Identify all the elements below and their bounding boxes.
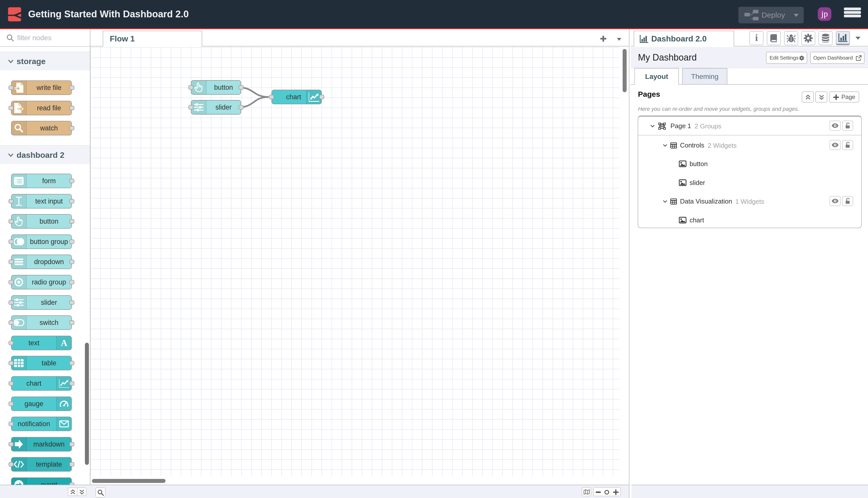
svg-text:A: A bbox=[61, 339, 67, 347]
svg-text:i: i bbox=[755, 34, 758, 42]
